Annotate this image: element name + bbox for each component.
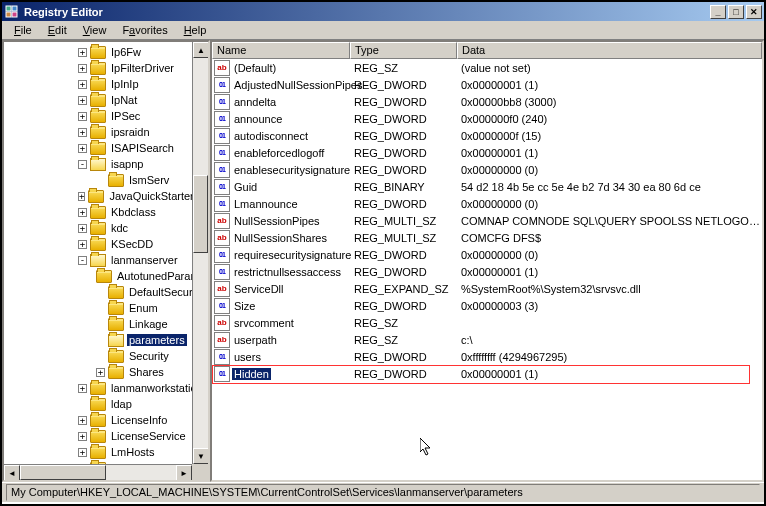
list-row[interactable]: HiddenREG_DWORD0x00000001 (1) xyxy=(212,365,762,382)
tree-vscrollbar[interactable]: ▲ ▼ xyxy=(192,42,208,464)
tree-label[interactable]: Shares xyxy=(127,366,166,378)
expand-icon[interactable]: + xyxy=(78,224,87,233)
scroll-right-button[interactable]: ► xyxy=(176,465,192,481)
list-row[interactable]: srvcommentREG_SZ xyxy=(212,314,762,331)
tree-node[interactable]: +ISAPISearch xyxy=(6,140,208,156)
tree-label[interactable]: IpInIp xyxy=(109,78,141,90)
list-row[interactable]: anndeltaREG_DWORD0x00000bb8 (3000) xyxy=(212,93,762,110)
menu-help[interactable]: Help xyxy=(176,22,215,38)
tree-label[interactable]: LicenseInfo xyxy=(109,414,169,426)
tree-label[interactable]: ldap xyxy=(109,398,134,410)
tree-node[interactable]: +KSecDD xyxy=(6,236,208,252)
expand-icon[interactable]: + xyxy=(78,144,87,153)
collapse-icon[interactable]: - xyxy=(78,160,87,169)
tree-label[interactable]: LicenseService xyxy=(109,430,188,442)
collapse-icon[interactable]: - xyxy=(78,256,87,265)
tree-label[interactable]: Linkage xyxy=(127,318,170,330)
list-row[interactable]: announceREG_DWORD0x000000f0 (240) xyxy=(212,110,762,127)
scroll-up-button[interactable]: ▲ xyxy=(193,42,209,58)
tree-node[interactable]: Enum xyxy=(6,300,208,316)
expand-icon[interactable]: + xyxy=(78,448,87,457)
titlebar[interactable]: Registry Editor _ □ ✕ xyxy=(2,2,764,21)
menu-edit[interactable]: Edit xyxy=(40,22,75,38)
expand-icon[interactable]: + xyxy=(78,128,87,137)
list-row[interactable]: restrictnullsessaccessREG_DWORD0x0000000… xyxy=(212,263,762,280)
expand-icon[interactable]: + xyxy=(78,208,87,217)
expand-icon[interactable]: + xyxy=(78,96,87,105)
list-row[interactable]: NullSessionSharesREG_MULTI_SZCOMCFG DFS$ xyxy=(212,229,762,246)
expand-icon[interactable]: + xyxy=(78,64,87,73)
tree-label[interactable]: Security xyxy=(127,350,171,362)
list-row[interactable]: GuidREG_BINARY54 d2 18 4b 5e cc 5e 4e b2… xyxy=(212,178,762,195)
tree-node[interactable]: -lanmanserver xyxy=(6,252,208,268)
tree-label[interactable]: KSecDD xyxy=(109,238,155,250)
tree-node[interactable]: +LmHosts xyxy=(6,444,208,460)
scroll-thumb[interactable] xyxy=(20,465,106,480)
tree-node[interactable]: +ipsraidn xyxy=(6,124,208,140)
tree-label[interactable]: LmHosts xyxy=(109,446,156,458)
expand-icon[interactable]: + xyxy=(78,192,85,201)
expand-icon[interactable]: + xyxy=(78,48,87,57)
list-row[interactable]: requiresecuritysignatureREG_DWORD0x00000… xyxy=(212,246,762,263)
tree-label[interactable]: isapnp xyxy=(109,158,145,170)
list-row[interactable]: ServiceDllREG_EXPAND_SZ%SystemRoot%\Syst… xyxy=(212,280,762,297)
value-list[interactable]: (Default)REG_SZ(value not set)AdjustedNu… xyxy=(212,59,762,480)
tree-node[interactable]: IsmServ xyxy=(6,172,208,188)
list-row[interactable]: autodisconnectREG_DWORD0x0000000f (15) xyxy=(212,127,762,144)
tree-node[interactable]: +Shares xyxy=(6,364,208,380)
tree-node[interactable]: DefaultSecurity xyxy=(6,284,208,300)
scroll-left-button[interactable]: ◄ xyxy=(4,465,20,481)
tree-label[interactable]: IsmServ xyxy=(127,174,171,186)
tree-label[interactable]: parameters xyxy=(127,334,187,346)
tree-label[interactable]: Ip6Fw xyxy=(109,46,143,58)
expand-icon[interactable]: + xyxy=(78,112,87,121)
minimize-button[interactable]: _ xyxy=(710,5,726,19)
expand-icon[interactable]: + xyxy=(78,80,87,89)
tree-node[interactable]: parameters xyxy=(6,332,208,348)
tree-label[interactable]: Enum xyxy=(127,302,160,314)
tree-node[interactable]: +LicenseInfo xyxy=(6,412,208,428)
expand-icon[interactable]: + xyxy=(78,432,87,441)
tree-node[interactable]: -isapnp xyxy=(6,156,208,172)
expand-icon[interactable]: + xyxy=(78,416,87,425)
column-header-type[interactable]: Type xyxy=(350,42,457,59)
list-row[interactable]: enablesecuritysignatureREG_DWORD0x000000… xyxy=(212,161,762,178)
scroll-down-button[interactable]: ▼ xyxy=(193,448,209,464)
expand-icon[interactable]: + xyxy=(96,368,105,377)
column-header-name[interactable]: Name xyxy=(212,42,350,59)
list-row[interactable]: enableforcedlogoffREG_DWORD0x00000001 (1… xyxy=(212,144,762,161)
tree-node[interactable]: +JavaQuickStarterService xyxy=(6,188,208,204)
tree-label[interactable]: ipsraidn xyxy=(109,126,152,138)
tree-label[interactable]: Kbdclass xyxy=(109,206,158,218)
list-row[interactable]: LmannounceREG_DWORD0x00000000 (0) xyxy=(212,195,762,212)
list-row[interactable]: userpathREG_SZc:\ xyxy=(212,331,762,348)
column-header-data[interactable]: Data xyxy=(457,42,762,59)
list-row[interactable]: NullSessionPipesREG_MULTI_SZCOMNAP COMNO… xyxy=(212,212,762,229)
menu-file[interactable]: File xyxy=(6,22,40,38)
tree-node[interactable]: +IpInIp xyxy=(6,76,208,92)
tree-node[interactable]: +lanmanworkstation xyxy=(6,380,208,396)
tree-hscrollbar[interactable]: ◄ ► xyxy=(4,464,192,480)
tree-label[interactable]: ISAPISearch xyxy=(109,142,176,154)
tree-label[interactable]: lanmanworkstation xyxy=(109,382,205,394)
menu-favorites[interactable]: Favorites xyxy=(114,22,175,38)
list-row[interactable]: AdjustedNullSessionPipesREG_DWORD0x00000… xyxy=(212,76,762,93)
list-row[interactable]: usersREG_DWORD0xffffffff (4294967295) xyxy=(212,348,762,365)
tree-label[interactable]: IpFilterDriver xyxy=(109,62,176,74)
tree-node[interactable]: +IpFilterDriver xyxy=(6,60,208,76)
menu-view[interactable]: View xyxy=(75,22,115,38)
tree-node[interactable]: +Ip6Fw xyxy=(6,44,208,60)
list-row[interactable]: SizeREG_DWORD0x00000003 (3) xyxy=(212,297,762,314)
tree-label[interactable]: lanmanserver xyxy=(109,254,180,266)
tree-node[interactable]: Security xyxy=(6,348,208,364)
tree-node[interactable]: +IpNat xyxy=(6,92,208,108)
tree-label[interactable]: kdc xyxy=(109,222,130,234)
tree-node[interactable]: +kdc xyxy=(6,220,208,236)
list-row[interactable]: (Default)REG_SZ(value not set) xyxy=(212,59,762,76)
tree-node[interactable]: +IPSec xyxy=(6,108,208,124)
close-button[interactable]: ✕ xyxy=(746,5,762,19)
expand-icon[interactable]: + xyxy=(78,384,87,393)
tree-label[interactable]: IPSec xyxy=(109,110,142,122)
tree-node[interactable]: ldap xyxy=(6,396,208,412)
tree-label[interactable]: IpNat xyxy=(109,94,139,106)
